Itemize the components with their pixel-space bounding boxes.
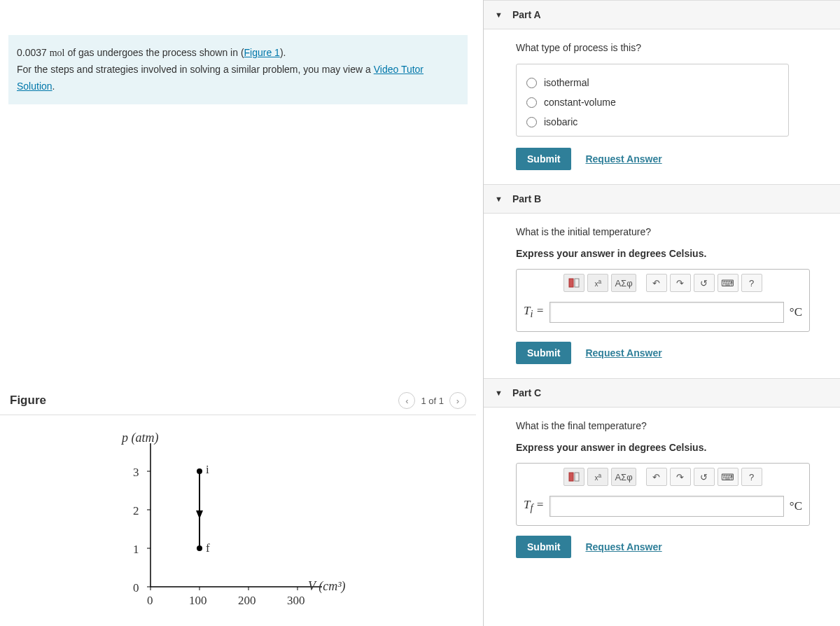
problem-text: For the steps and strategies involved in…: [17, 64, 374, 75]
svg-point-13: [197, 545, 202, 551]
problem-text: 0.0037: [17, 47, 50, 58]
figure-pager-text: 1 of 1: [421, 396, 444, 406]
part-c-input-panel: xa ΑΣφ ↶ ↷ ↺ ⌨ ? Tf = °C: [516, 463, 810, 526]
undo-icon[interactable]: ↶: [646, 274, 667, 292]
svg-rect-17: [575, 473, 579, 481]
figure-section: Figure ‹ 1 of 1 ›: [0, 392, 476, 618]
part-c-question: What is the final temperature?: [516, 419, 819, 433]
chevron-down-icon: ▼: [495, 11, 503, 19]
svg-point-12: [197, 468, 202, 474]
part-a-question: What type of process is this?: [516, 41, 819, 55]
part-a-request-answer-link[interactable]: Request Answer: [585, 153, 662, 165]
part-b-request-answer-link[interactable]: Request Answer: [585, 347, 662, 359]
part-b-answer-input[interactable]: [550, 302, 784, 323]
part-b-input-panel: xa ΑΣφ ↶ ↷ ↺ ⌨ ? Ti = °C: [516, 269, 810, 332]
templates-icon[interactable]: [564, 274, 584, 292]
svg-marker-11: [196, 510, 203, 519]
keyboard-icon[interactable]: ⌨: [718, 274, 738, 292]
part-c-variable: Tf =: [524, 498, 544, 514]
part-b-title: Part B: [512, 193, 541, 204]
point-i-label: i: [206, 463, 209, 477]
redo-icon[interactable]: ↷: [670, 274, 691, 292]
redo-icon[interactable]: ↷: [670, 468, 691, 486]
xtick-300: 300: [287, 594, 305, 608]
part-b-unit: °C: [790, 305, 802, 319]
problem-text: ).: [280, 47, 286, 58]
part-a-options: isothermal constant-volume isobaric: [516, 64, 789, 137]
help-icon[interactable]: ?: [741, 274, 762, 292]
xtick-200: 200: [238, 594, 256, 608]
mol-unit: mol: [50, 48, 65, 58]
greek-letters-button[interactable]: ΑΣφ: [611, 274, 636, 292]
part-c-submit-button[interactable]: Submit: [516, 536, 571, 558]
figure-prev-button[interactable]: ‹: [398, 392, 415, 409]
ytick-2: 2: [133, 504, 139, 518]
part-b-submit-button[interactable]: Submit: [516, 342, 571, 364]
part-b-question: What is the initial temperature?: [516, 225, 819, 239]
fraction-icon[interactable]: xa: [587, 468, 608, 486]
y-axis-label: p (atm): [122, 431, 159, 445]
part-a-submit-button[interactable]: Submit: [516, 148, 571, 170]
x-axis-label: V (cm³): [308, 579, 346, 594]
radio-constant-volume[interactable]: [526, 97, 537, 108]
reset-icon[interactable]: ↺: [694, 468, 715, 486]
svg-rect-16: [569, 473, 573, 481]
radio-isothermal[interactable]: [526, 78, 537, 88]
fraction-icon[interactable]: xa: [587, 274, 608, 292]
option-isothermal[interactable]: isothermal: [526, 73, 778, 92]
part-c-request-answer-link[interactable]: Request Answer: [585, 541, 662, 552]
ytick-1: 1: [133, 543, 139, 557]
figure-next-button[interactable]: ›: [449, 392, 466, 409]
figure-link[interactable]: Figure 1: [244, 47, 280, 58]
option-label: isothermal: [544, 77, 589, 88]
greek-letters-button[interactable]: ΑΣφ: [611, 468, 636, 486]
part-c-header[interactable]: ▼ Part C: [484, 378, 840, 408]
part-b-header[interactable]: ▼ Part B: [484, 184, 840, 214]
option-isobaric[interactable]: isobaric: [526, 112, 778, 132]
templates-icon[interactable]: [564, 468, 584, 486]
part-b-variable: Ti =: [524, 304, 544, 320]
chevron-down-icon: ▼: [495, 195, 503, 203]
svg-rect-15: [575, 279, 579, 287]
figure-heading: Figure: [10, 394, 398, 408]
help-icon[interactable]: ?: [741, 468, 762, 486]
part-c-answer-input[interactable]: [550, 496, 784, 517]
xtick-100: 100: [189, 594, 207, 608]
problem-text: of gas undergoes the process shown in (: [65, 47, 244, 58]
option-label: constant-volume: [544, 97, 616, 108]
undo-icon[interactable]: ↶: [646, 468, 667, 486]
part-c-title: Part C: [512, 387, 541, 398]
chevron-down-icon: ▼: [495, 389, 503, 397]
part-a-title: Part A: [512, 9, 541, 20]
part-a-header[interactable]: ▼ Part A: [484, 0, 840, 29]
radio-isobaric[interactable]: [526, 117, 537, 127]
xtick-0: 0: [147, 594, 153, 608]
svg-rect-14: [569, 279, 573, 287]
problem-text: .: [52, 81, 55, 92]
part-c-instruction: Express your answer in degrees Celsius.: [516, 442, 819, 453]
part-b-instruction: Express your answer in degrees Celsius.: [516, 248, 819, 259]
option-label: isobaric: [544, 116, 578, 127]
pressure-volume-graph: p (atm) V (cm³) 3 2 1 0 0 100 200 300 i …: [112, 436, 350, 618]
reset-icon[interactable]: ↺: [694, 274, 715, 292]
option-constant-volume[interactable]: constant-volume: [526, 92, 778, 112]
ytick-3: 3: [133, 466, 139, 480]
part-c-unit: °C: [790, 499, 802, 513]
point-f-label: f: [206, 541, 210, 555]
ytick-0: 0: [133, 581, 139, 595]
keyboard-icon[interactable]: ⌨: [718, 468, 738, 486]
problem-statement: 0.0037 mol of gas undergoes the process …: [8, 35, 468, 104]
